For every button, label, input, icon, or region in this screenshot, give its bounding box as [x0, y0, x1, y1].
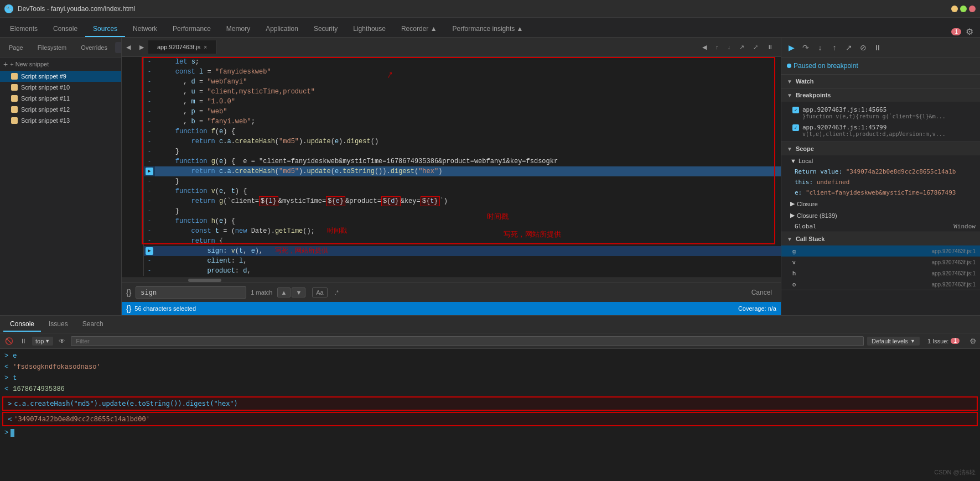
close-tab-btn[interactable]: ×: [204, 44, 207, 50]
bottom-tab-console[interactable]: Console: [3, 317, 41, 332]
bp-details-1: app.9207463f.js:1:45665 }function v(e,t)…: [802, 106, 946, 119]
tab-action-btn5[interactable]: ⤢: [750, 43, 761, 52]
cursor-blink: [11, 429, 14, 437]
breakpoint-item-2: ✓ app.9207463f.js:1:45799 v(t,e),client:…: [781, 122, 980, 139]
pause-console-btn[interactable]: ⏸: [18, 336, 29, 347]
step-out-btn[interactable]: ↑: [829, 42, 840, 53]
file-tab-app[interactable]: app.9207463f.js ×: [148, 40, 216, 54]
local-scope[interactable]: ▼ Local: [781, 155, 980, 166]
bp-checkbox-2[interactable]: ✓: [792, 124, 799, 131]
breakpoints-header[interactable]: ▼ Breakpoints: [781, 88, 980, 102]
tab-recorder[interactable]: Recorder ▲: [393, 22, 445, 37]
issue-count-text: 1 Issue:: [927, 338, 949, 344]
status-left: {} 56 characters selected: [126, 304, 196, 313]
line-number: [122, 97, 144, 107]
tab-security[interactable]: Security: [306, 22, 345, 37]
line-arrow: ▶: [144, 166, 155, 176]
callstack-item-v[interactable]: v app.9207463f.js:1: [781, 257, 980, 268]
snippet-list: Script snippet #9 Script snippet #10 Scr…: [0, 71, 121, 315]
tab-action-btn4[interactable]: ↗: [736, 43, 748, 52]
line-number: [122, 77, 144, 87]
bottom-tab-search[interactable]: Search: [76, 317, 110, 332]
callstack-header[interactable]: ▼ Call Stack: [781, 232, 980, 245]
watch-header[interactable]: ▼ Watch: [781, 75, 980, 88]
code-line-bp: ▶ sign: v(t, e), 写死，网站所提供: [122, 246, 781, 256]
tab-performance[interactable]: Performance: [165, 22, 219, 37]
tab-elements[interactable]: Elements: [2, 22, 45, 37]
console-filter-input[interactable]: [71, 336, 864, 346]
tab-action-btn1[interactable]: ◀: [699, 43, 710, 52]
level-dropdown[interactable]: Default levels ▼: [867, 337, 920, 346]
closure-scope[interactable]: ▶ Closure: [781, 198, 980, 210]
right-panel-scroll[interactable]: ▼ Watch ▼ Breakpoints ✓ app.920746: [781, 75, 980, 315]
tab-snippets[interactable]: Snippets: [115, 42, 122, 53]
snippet-item-11[interactable]: Script snippet #11: [0, 93, 121, 104]
tab-overrides[interactable]: Overrides: [74, 42, 114, 53]
closure-8139-scope[interactable]: ▶ Closure (8139): [781, 210, 980, 221]
regex-btn[interactable]: .*: [331, 287, 343, 297]
code-line: - }: [122, 206, 781, 216]
tab-action-btn6[interactable]: ⏸: [764, 43, 776, 51]
tab-memory[interactable]: Memory: [219, 22, 258, 37]
sources-layout: Page Filesystem Overrides Snippets » ⋮ +…: [0, 38, 980, 315]
code-content: , p = "web": [155, 107, 781, 117]
bottom-tab-issues[interactable]: Issues: [42, 317, 75, 332]
step-into-btn[interactable]: ↓: [815, 42, 826, 53]
snippet-item-9[interactable]: Script snippet #9: [0, 71, 121, 82]
match-case-btn[interactable]: Aa: [312, 287, 327, 297]
search-toggle-icon[interactable]: {}: [126, 288, 131, 297]
step-btn[interactable]: ↗: [843, 42, 854, 53]
snippet-item-10[interactable]: Script snippet #10: [0, 82, 121, 93]
code-content: , m = "1.0.0": [155, 97, 781, 107]
console-settings-btn[interactable]: ⚙: [969, 337, 977, 346]
tab-filesystem[interactable]: Filesystem: [31, 42, 74, 53]
maximize-btn[interactable]: [960, 6, 967, 12]
level-label: Default levels: [872, 338, 908, 344]
minimize-btn[interactable]: [951, 6, 958, 12]
resume-btn[interactable]: ▶: [786, 42, 797, 53]
new-snippet-label: + New snippet: [10, 61, 49, 67]
search-prev-btn[interactable]: ▲: [277, 287, 291, 297]
tab-console[interactable]: Console: [45, 22, 85, 37]
tab-page[interactable]: Page: [2, 42, 30, 53]
nav-forward-btn[interactable]: ▶: [135, 41, 148, 53]
tab-performance-insights[interactable]: Performance insights ▲: [445, 22, 531, 37]
deactivate-btn[interactable]: ⊘: [858, 42, 869, 53]
line-arrow: -: [144, 127, 155, 137]
callstack-fn-name: o: [792, 281, 796, 287]
horizontal-scrollbar[interactable]: [122, 278, 781, 282]
show-network-btn[interactable]: 👁: [56, 336, 68, 347]
line-arrow: -: [144, 57, 155, 67]
settings-btn[interactable]: ⚙: [966, 27, 973, 37]
close-btn[interactable]: [969, 6, 976, 12]
tab-action-btn2[interactable]: ↑: [712, 43, 722, 51]
code-editor[interactable]: ↑ 时间戳 写死，网站所提供 - let s;: [122, 57, 781, 278]
bp-checkbox-1[interactable]: ✓: [792, 107, 799, 113]
step-over-btn[interactable]: ↷: [800, 42, 811, 53]
clear-console-btn[interactable]: 🚫: [3, 336, 14, 347]
new-snippet-btn[interactable]: + + New snippet: [0, 57, 121, 71]
line-number: [122, 216, 144, 226]
code-line: - , u = "client,mysticTime,product": [122, 87, 781, 97]
pause-exceptions-btn[interactable]: ⏸: [872, 42, 883, 53]
callstack-item-o[interactable]: o app.9207463f.js:1: [781, 279, 980, 290]
window-controls: [951, 6, 976, 12]
callstack-item-h[interactable]: h app.9207463f.js:1: [781, 268, 980, 279]
tab-action-btn3[interactable]: ↓: [724, 43, 734, 51]
scope-section: ▼ Scope ▼ Local Return value: "349074a22…: [781, 142, 980, 232]
callstack-item-g[interactable]: g app.9207463f.js:1: [781, 245, 980, 257]
tab-lighthouse[interactable]: Lighthouse: [345, 22, 393, 37]
snippet-item-12[interactable]: Script snippet #12: [0, 104, 121, 115]
nav-back-btn[interactable]: ◀: [122, 41, 135, 53]
top-context-dropdown[interactable]: top ▼: [32, 337, 53, 346]
console-cursor-line[interactable]: >: [0, 427, 980, 438]
tab-application[interactable]: Application: [258, 22, 306, 37]
scope-header[interactable]: ▼ Scope: [781, 142, 980, 155]
tab-network[interactable]: Network: [125, 22, 165, 37]
search-input[interactable]: [136, 286, 246, 299]
search-cancel-btn[interactable]: Cancel: [747, 287, 776, 297]
snippet-item-13[interactable]: Script snippet #13: [0, 115, 121, 126]
search-next-btn[interactable]: ▼: [292, 287, 305, 297]
tab-sources[interactable]: Sources: [85, 22, 125, 37]
code-content: sign: v(t, e), 写死，网站所提供: [155, 246, 781, 256]
